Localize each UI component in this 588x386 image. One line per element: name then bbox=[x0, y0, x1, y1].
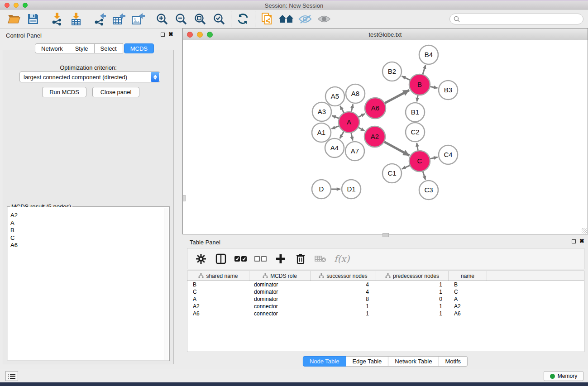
node-A1[interactable]: A1 bbox=[312, 123, 331, 142]
table-cell[interactable]: 1 bbox=[376, 281, 449, 288]
table-cell[interactable]: 1 bbox=[376, 310, 449, 317]
settings-gear-icon[interactable] bbox=[193, 251, 209, 267]
mcds-result-item[interactable]: A bbox=[10, 219, 169, 227]
tab-network[interactable]: Network bbox=[35, 43, 69, 53]
edge-C-C2[interactable] bbox=[417, 143, 418, 151]
table-cell[interactable]: B bbox=[187, 281, 249, 288]
zoom-in-icon[interactable] bbox=[153, 11, 172, 27]
edge-B-B1[interactable] bbox=[417, 95, 418, 102]
table-cell[interactable]: A2 bbox=[187, 303, 249, 310]
add-column-icon[interactable] bbox=[272, 251, 289, 267]
node-C2[interactable]: C2 bbox=[406, 123, 425, 142]
table-cell[interactable]: connector bbox=[249, 310, 311, 317]
node-B3[interactable]: B3 bbox=[439, 81, 458, 100]
horizontal-splitter-handle[interactable] bbox=[382, 233, 389, 237]
node-A6[interactable]: A6 bbox=[365, 98, 386, 119]
node-D1[interactable]: D1 bbox=[342, 180, 361, 199]
edge-C-C3[interactable] bbox=[423, 171, 425, 180]
table-cell[interactable]: dominator bbox=[249, 295, 311, 303]
table-cell[interactable]: connector bbox=[249, 303, 311, 310]
clone-network-icon[interactable] bbox=[258, 11, 277, 27]
search-field[interactable] bbox=[449, 14, 583, 24]
node-A4[interactable]: A4 bbox=[325, 138, 344, 157]
edge-C-C1[interactable] bbox=[402, 165, 410, 169]
tab-node-table[interactable]: Node Table bbox=[303, 356, 346, 367]
edge-A-A7[interactable] bbox=[351, 133, 353, 141]
table-cell[interactable]: 1 bbox=[376, 303, 449, 310]
edge-A-A8[interactable] bbox=[351, 104, 353, 112]
table-row[interactable]: A6connector11A6 bbox=[187, 310, 584, 317]
delete-table-icon[interactable] bbox=[312, 251, 329, 267]
tab-style[interactable]: Style bbox=[69, 43, 95, 53]
split-view-icon[interactable] bbox=[213, 251, 229, 267]
tab-network-table[interactable]: Network Table bbox=[388, 356, 439, 367]
edge-A-A2[interactable] bbox=[358, 127, 364, 131]
edge-B-B4[interactable] bbox=[423, 65, 425, 75]
edge-C-C4[interactable] bbox=[430, 157, 437, 159]
close-panel-icon[interactable]: ✖ bbox=[168, 32, 173, 37]
import-table-icon[interactable] bbox=[67, 11, 86, 27]
edge-B-B2[interactable] bbox=[402, 76, 411, 80]
table-cell[interactable]: A2 bbox=[449, 303, 487, 310]
node-B4[interactable]: B4 bbox=[419, 45, 438, 64]
node-A2[interactable]: A2 bbox=[364, 126, 385, 147]
export-table-icon[interactable] bbox=[110, 11, 129, 27]
node-A[interactable]: A bbox=[339, 112, 359, 133]
save-session-icon[interactable] bbox=[24, 11, 43, 27]
task-history-button[interactable] bbox=[5, 371, 18, 381]
canvas-splitter-handle[interactable] bbox=[183, 195, 186, 201]
table-row[interactable]: A2connector11A2 bbox=[187, 303, 584, 310]
mcds-result-item[interactable]: B bbox=[10, 227, 169, 234]
tab-select[interactable]: Select bbox=[95, 43, 123, 53]
zoom-fit-icon[interactable] bbox=[191, 11, 210, 27]
float-panel-icon[interactable] bbox=[161, 33, 165, 37]
close-panel-button[interactable]: Close panel bbox=[92, 87, 139, 97]
tab-motifs[interactable]: Motifs bbox=[439, 356, 468, 367]
export-image-icon[interactable] bbox=[129, 11, 148, 27]
table-row[interactable]: Bdominator41B bbox=[187, 281, 584, 288]
node-A7[interactable]: A7 bbox=[345, 142, 364, 161]
optimization-criterion-select[interactable]: largest connected component (directed) bbox=[19, 71, 160, 82]
edge-A-A3[interactable] bbox=[332, 116, 339, 119]
home-views-icon[interactable] bbox=[277, 11, 296, 27]
node-A8[interactable]: A8 bbox=[346, 84, 365, 103]
node-B2[interactable]: B2 bbox=[382, 62, 402, 81]
mcds-result-list[interactable]: A2ABCA6 bbox=[8, 207, 169, 249]
edge-A-A5[interactable] bbox=[340, 106, 344, 113]
edge-A2-C[interactable] bbox=[384, 142, 409, 156]
column-header-successor-nodes[interactable]: successor nodes bbox=[311, 271, 376, 281]
edge-B-B3[interactable] bbox=[430, 86, 438, 88]
import-network-icon[interactable] bbox=[48, 11, 67, 27]
mcds-result-item[interactable]: A6 bbox=[10, 242, 169, 249]
table-cell[interactable]: dominator bbox=[249, 288, 311, 295]
mcds-result-item[interactable]: A2 bbox=[10, 212, 169, 219]
mcds-result-item[interactable]: C bbox=[10, 234, 169, 242]
edge-A6-B[interactable] bbox=[384, 90, 409, 103]
table-cell[interactable]: C bbox=[449, 288, 487, 295]
edge-A-A6[interactable] bbox=[358, 114, 365, 117]
column-header-MCDS-role[interactable]: MCDS role bbox=[249, 271, 311, 281]
export-network-icon[interactable] bbox=[91, 11, 110, 27]
table-cell[interactable]: 4 bbox=[311, 281, 376, 288]
run-mcds-button[interactable]: Run MCDS bbox=[42, 87, 86, 97]
table-cell[interactable]: A bbox=[187, 295, 249, 303]
close-panel-icon[interactable]: ✖ bbox=[579, 239, 584, 243]
node-A5[interactable]: A5 bbox=[325, 87, 344, 106]
column-header-name[interactable]: name bbox=[449, 271, 487, 281]
table-cell[interactable]: C bbox=[187, 288, 249, 295]
node-A3[interactable]: A3 bbox=[312, 102, 331, 121]
node-B[interactable]: B bbox=[409, 74, 430, 95]
node-C3[interactable]: C3 bbox=[419, 181, 438, 200]
table-cell[interactable]: A bbox=[449, 295, 487, 303]
window-resize-grip[interactable] bbox=[582, 228, 587, 234]
table-cell[interactable]: 1 bbox=[376, 288, 449, 295]
table-cell[interactable]: B bbox=[449, 281, 487, 288]
column-header-predecessor-nodes[interactable]: predecessor nodes bbox=[376, 271, 449, 281]
edge-A-A1[interactable] bbox=[331, 126, 339, 129]
search-input[interactable] bbox=[462, 16, 579, 22]
tab-edge-table[interactable]: Edge Table bbox=[346, 356, 388, 367]
table-cell[interactable]: A6 bbox=[449, 310, 487, 317]
node-C[interactable]: C bbox=[409, 151, 430, 172]
node-C4[interactable]: C4 bbox=[439, 145, 458, 164]
select-all-columns-icon[interactable] bbox=[233, 251, 249, 267]
